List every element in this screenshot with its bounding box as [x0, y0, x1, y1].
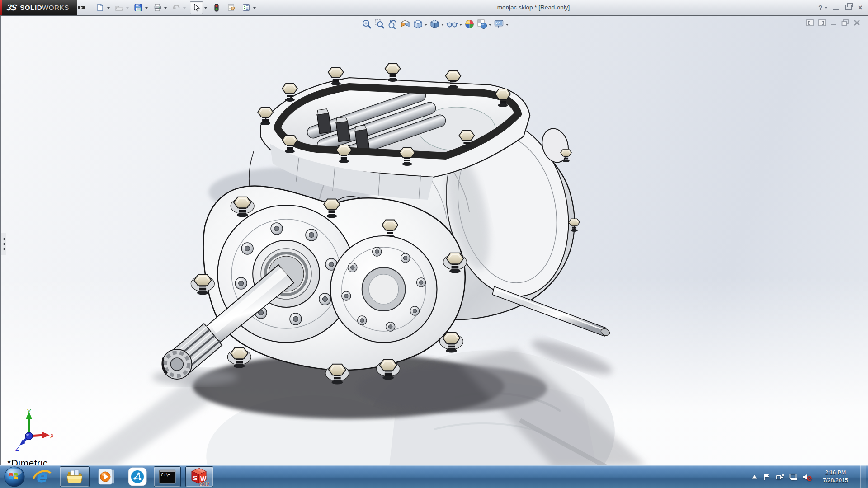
minimize-button[interactable] — [833, 9, 839, 10]
system-tray: 2:16 PM 7/28/2015 — [751, 465, 868, 488]
new-document-icon — [96, 4, 104, 11]
show-hidden-icons-button[interactable] — [751, 474, 758, 479]
doc-minimize-icon[interactable] — [830, 19, 837, 26]
print-button[interactable] — [152, 2, 163, 13]
gearbox-housing — [162, 64, 610, 384]
doc-restore-icon[interactable] — [841, 19, 849, 26]
close-button[interactable]: × — [858, 4, 863, 12]
reference-triad[interactable]: Y X Z — [12, 408, 53, 452]
edit-appearance-button[interactable] — [464, 19, 475, 29]
brand-name-light: WORKS — [42, 4, 69, 11]
undo-icon — [172, 4, 180, 11]
main-toolbar — [95, 1, 260, 14]
sw-version-badge: 2015 — [199, 481, 209, 487]
print-dropdown-caret[interactable] — [164, 7, 167, 9]
taskbar-share-app[interactable] — [127, 467, 148, 487]
taskbar-command-prompt[interactable]: C:\ — [154, 466, 181, 487]
share-app-icon — [128, 467, 147, 486]
edit-appearance-icon — [464, 19, 475, 29]
options-icon — [242, 4, 250, 11]
save-button[interactable] — [133, 2, 144, 13]
volume-muted-icon[interactable] — [803, 473, 812, 481]
rebuild-button[interactable] — [211, 2, 222, 13]
network-icon[interactable] — [789, 473, 797, 480]
pane-left-icon[interactable] — [806, 19, 814, 26]
heads-up-view-toolbar — [362, 19, 511, 29]
apply-scene-caret[interactable] — [489, 24, 491, 26]
view-settings-caret[interactable] — [506, 24, 509, 26]
show-desktop-button[interactable] — [860, 465, 866, 488]
view-orientation-button[interactable] — [413, 19, 427, 29]
rebuild-traffic-light-icon — [213, 4, 220, 12]
new-document-button[interactable] — [95, 2, 106, 13]
triad-x-label: X — [50, 432, 53, 439]
help-button[interactable]: ? — [818, 4, 822, 11]
clock-time: 2:16 PM — [819, 469, 852, 477]
apply-scene-icon — [477, 19, 487, 29]
save-dropdown-caret[interactable] — [145, 7, 148, 9]
zoom-to-area-button[interactable] — [374, 19, 385, 29]
taskbar-windows-explorer[interactable] — [60, 466, 90, 487]
file-properties-icon — [227, 4, 236, 11]
view-orientation-label: *Dimetric — [7, 458, 48, 465]
save-icon — [134, 4, 142, 11]
taskbar-apps: e — [32, 466, 213, 487]
start-button[interactable] — [4, 466, 25, 488]
brand-name-bold: SOLID — [20, 4, 42, 11]
new-dropdown-caret[interactable] — [107, 7, 110, 9]
select-tool-button[interactable] — [190, 1, 203, 14]
apply-scene-button[interactable] — [477, 19, 491, 29]
command-prompt-icon: C:\ — [159, 469, 176, 484]
menu-expand-arrow-icon[interactable] — [78, 6, 85, 9]
power-plug-icon[interactable] — [776, 473, 784, 480]
graphics-viewport[interactable]: Y X Z *Dimetric — [0, 16, 868, 465]
open-icon — [115, 4, 123, 11]
hide-show-items-caret[interactable] — [459, 24, 462, 26]
section-view-button[interactable] — [400, 19, 410, 29]
triad-y-label: Y — [27, 408, 31, 415]
display-style-button[interactable] — [429, 19, 444, 29]
undo-dropdown-caret[interactable] — [183, 7, 186, 9]
options-dropdown-caret[interactable] — [253, 7, 256, 9]
open-dropdown-caret[interactable] — [126, 7, 129, 9]
restore-button[interactable] — [845, 5, 852, 10]
windows-start-icon — [4, 466, 25, 487]
zoom-to-fit-button[interactable] — [362, 19, 372, 29]
document-window-controls — [806, 19, 860, 26]
options-button[interactable] — [241, 2, 252, 13]
pane-right-icon[interactable] — [818, 19, 826, 26]
prompt-text: C:\ — [161, 473, 168, 477]
featuremanager-splitter-tab[interactable] — [1, 233, 6, 255]
doc-close-icon[interactable] — [854, 19, 860, 26]
pto-shaft — [492, 286, 610, 337]
previous-view-button[interactable] — [387, 19, 398, 29]
gearbox-3d-model[interactable] — [1, 16, 868, 465]
solidworks-window: 3S SOLIDWORKS — [0, 0, 868, 488]
view-orientation-caret[interactable] — [425, 24, 427, 26]
view-settings-icon — [494, 19, 505, 29]
action-center-flag-icon[interactable] — [763, 473, 770, 480]
taskbar-solidworks[interactable]: S W 2015 — [185, 466, 213, 487]
open-button[interactable] — [114, 2, 125, 13]
view-settings-button[interactable] — [494, 19, 509, 29]
windows-taskbar: e — [0, 465, 868, 488]
file-properties-button[interactable] — [226, 2, 237, 13]
taskbar-internet-explorer[interactable]: e — [32, 467, 52, 487]
3ds-logo-glyph: 3S — [6, 3, 17, 13]
internet-explorer-icon: e — [33, 468, 52, 486]
windows-explorer-icon — [66, 469, 83, 484]
print-icon — [153, 4, 161, 11]
zoom-to-fit-icon — [362, 19, 372, 29]
hide-show-items-button[interactable] — [446, 19, 462, 29]
solidworks-logo: 3S SOLIDWORKS — [0, 0, 77, 15]
section-view-icon — [400, 19, 410, 29]
select-cursor-icon — [193, 4, 200, 12]
taskbar-media-player[interactable] — [96, 467, 117, 487]
taskbar-clock[interactable]: 2:16 PM 7/28/2015 — [819, 469, 852, 484]
display-style-caret[interactable] — [441, 24, 444, 26]
select-dropdown-caret[interactable] — [204, 7, 207, 9]
sw-cube-front-letter: S — [193, 474, 197, 482]
help-dropdown-caret[interactable] — [825, 7, 827, 9]
undo-button[interactable] — [171, 2, 182, 13]
idler-flange — [330, 236, 437, 343]
